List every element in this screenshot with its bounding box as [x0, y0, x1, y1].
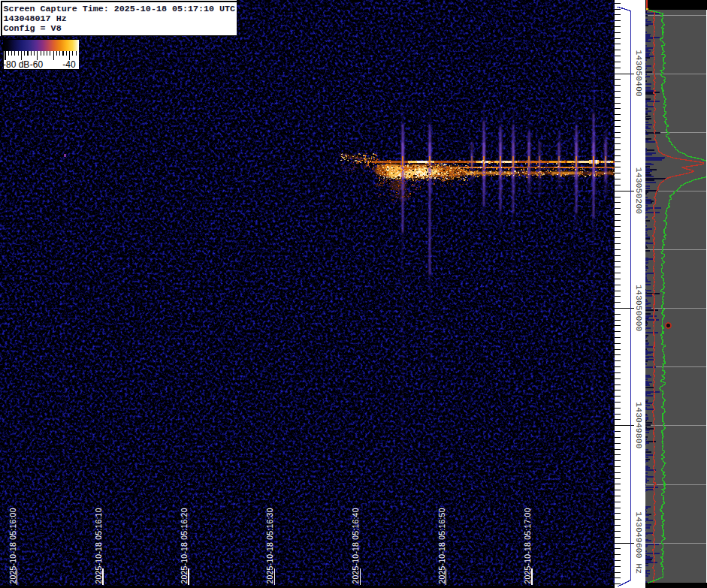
svg-text:-60: -60 — [30, 59, 44, 70]
svg-text:Config = V8: Config = V8 — [4, 23, 62, 34]
svg-text:2025-10-18 05:16:50: 2025-10-18 05:16:50 — [437, 508, 446, 583]
svg-text:2025-10-18 05:16:00: 2025-10-18 05:16:00 — [8, 508, 17, 583]
svg-text:143050000: 143050000 — [634, 285, 644, 331]
svg-text:143049600 Hz: 143049600 Hz — [634, 511, 644, 574]
svg-text:143050400: 143050400 — [634, 50, 644, 97]
svg-text:143049800: 143049800 — [634, 402, 644, 448]
svg-text:-40: -40 — [62, 59, 76, 70]
svg-text:-80 dB: -80 dB — [3, 59, 29, 70]
svg-text:2025-10-18 05:16:40: 2025-10-18 05:16:40 — [351, 508, 360, 583]
svg-text:143048017 Hz: 143048017 Hz — [4, 14, 67, 24]
svg-text:2025-10-18 05:16:30: 2025-10-18 05:16:30 — [265, 508, 274, 583]
svg-text:2025-10-18 05:16:10: 2025-10-18 05:16:10 — [94, 508, 103, 583]
svg-text:2025-10-18 05:16:20: 2025-10-18 05:16:20 — [180, 508, 189, 583]
svg-text:143050200: 143050200 — [634, 167, 644, 214]
svg-text:2025-10-18 05:17:00: 2025-10-18 05:17:00 — [523, 508, 532, 583]
